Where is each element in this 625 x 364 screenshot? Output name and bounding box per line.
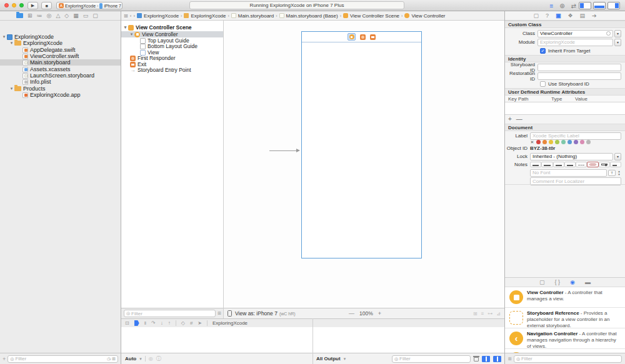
zoom-level[interactable]: 100% <box>359 310 373 317</box>
runtime-attributes-table[interactable] <box>505 102 625 115</box>
no-color-swatch[interactable]: ✕ <box>530 140 534 144</box>
toggle-navigator-button[interactable] <box>579 2 591 9</box>
resolve-autolayout-icon[interactable]: ⊿ <box>496 311 501 317</box>
file-template-library-icon[interactable]: ▢ <box>539 279 545 285</box>
scope-dropdown-icon[interactable]: ▾ <box>139 357 142 362</box>
library-filter-input[interactable] <box>521 356 619 362</box>
class-dropdown-button[interactable]: ▾ <box>614 30 621 37</box>
recent-files-icon[interactable]: ◷ <box>107 357 111 362</box>
view-as-label[interactable]: View as: iPhone 7 <box>235 310 278 317</box>
storyboard-entry-arrow[interactable] <box>269 150 297 151</box>
remove-attribute-button[interactable]: — <box>516 116 522 122</box>
breadcrumb-item[interactable]: View Controller <box>411 13 445 19</box>
back-icon[interactable]: ‹ <box>130 13 132 19</box>
file-row-main-storyboard[interactable]: Main.storyboard <box>0 59 121 66</box>
test-navigator-icon[interactable]: ◇ <box>64 12 69 19</box>
label-field[interactable]: Xcode Specific Label <box>530 132 621 140</box>
media-library-icon[interactable]: ▬ <box>585 279 591 285</box>
debug-process-label[interactable]: ExploringXcode <box>212 320 248 326</box>
color-swatch[interactable] <box>568 140 572 144</box>
font-field[interactable]: No Font <box>530 169 607 177</box>
library-item-navigation-controller[interactable]: ‹ Navigation Controller - A controller t… <box>505 328 625 349</box>
file-row-products[interactable]: ▾ Products <box>0 86 121 92</box>
minimize-window-button[interactable] <box>12 3 16 7</box>
project-navigator-icon[interactable] <box>16 13 23 18</box>
outline-filter-field[interactable]: ◎ <box>124 310 216 317</box>
align-icon[interactable]: ≡ <box>481 311 484 317</box>
device-preview-icon[interactable] <box>228 310 232 317</box>
color-swatch[interactable] <box>555 140 559 144</box>
disclosure-triangle-icon[interactable]: ▾ <box>9 86 14 91</box>
navigator-filter-input[interactable] <box>15 356 106 362</box>
add-file-button[interactable]: + <box>2 356 6 362</box>
version-editor-button[interactable]: ⇄ <box>571 2 576 9</box>
breadcrumb-item[interactable]: Main.storyboard <box>238 13 274 19</box>
report-navigator-icon[interactable]: ▢ <box>92 12 98 19</box>
clear-console-icon[interactable] <box>474 356 479 362</box>
restoration-id-field[interactable] <box>538 72 621 80</box>
show-variables-toggle[interactable] <box>482 356 490 362</box>
file-row-viewcontroller[interactable]: ViewController.swift <box>0 53 121 59</box>
add-attribute-button[interactable]: + <box>508 116 512 122</box>
debug-navigator-icon[interactable]: ▦ <box>73 12 79 19</box>
stop-button[interactable]: ■ <box>41 2 52 9</box>
zoom-out-button[interactable]: — <box>349 310 354 317</box>
outline-row-scene[interactable]: ▾ View Controller Scene <box>121 24 224 31</box>
library-filter-field[interactable]: ◎ <box>514 355 622 363</box>
zoom-in-button[interactable]: + <box>378 310 381 317</box>
disclosure-triangle-icon[interactable]: ▾ <box>1 34 7 39</box>
outline-row-bottom-layout-guide[interactable]: Bottom Layout Guide <box>121 43 224 49</box>
navigator-filter-field[interactable]: ◎ ◷ ⊞ <box>8 355 118 363</box>
module-field[interactable]: ExploringXcode <box>538 39 613 46</box>
notes-style-button[interactable] <box>587 162 598 167</box>
notes-style-button[interactable] <box>553 162 564 167</box>
close-window-button[interactable] <box>4 3 9 7</box>
file-row-group[interactable]: ▾ ExploringXcode <box>0 40 121 46</box>
size-inspector-icon[interactable]: ▤ <box>580 12 586 19</box>
console-view[interactable] <box>313 327 504 353</box>
color-swatch[interactable] <box>561 140 566 144</box>
color-swatch[interactable] <box>542 140 547 144</box>
view-controller-canvas[interactable] <box>301 31 422 258</box>
disclosure-triangle-icon[interactable]: ▾ <box>9 41 14 46</box>
show-only-run-icon[interactable]: ◎ <box>149 356 153 362</box>
lock-field[interactable]: Inherited - (Nothing) <box>530 153 613 160</box>
outline-toggle-icon[interactable]: ⊞ <box>124 13 128 19</box>
use-storyboard-id-checkbox[interactable] <box>540 81 546 87</box>
color-swatch[interactable] <box>549 140 553 144</box>
quick-help-inspector-icon[interactable]: ? <box>546 12 549 19</box>
exit-icon[interactable] <box>370 34 376 40</box>
simulate-location-icon[interactable]: ➤ <box>198 320 202 326</box>
view-controller-icon-selected[interactable] <box>348 33 356 41</box>
symbol-navigator-icon[interactable]: ≔ <box>37 12 42 19</box>
library-grid-view-icon[interactable]: ⊞ <box>508 357 512 362</box>
run-button[interactable]: ▶ <box>28 2 38 9</box>
console-filter-input[interactable] <box>399 356 468 362</box>
show-console-toggle[interactable] <box>493 356 501 362</box>
notes-style-button[interactable] <box>541 162 552 167</box>
breakpoints-toggle-icon[interactable] <box>134 320 139 326</box>
breadcrumb-item[interactable]: ExploringXcode <box>191 13 226 19</box>
font-picker-button[interactable]: T <box>608 170 616 176</box>
variables-view[interactable] <box>121 327 312 353</box>
file-row-appdelegate[interactable]: AppDelegate.swift <box>0 47 121 53</box>
step-over-icon[interactable]: ↷ <box>151 320 156 326</box>
debug-view-hierarchy-icon[interactable]: ◇ <box>181 320 185 326</box>
pin-icon[interactable]: ⊶ <box>488 311 492 317</box>
color-swatch[interactable] <box>536 140 541 144</box>
file-row-assets[interactable]: Assets.xcassets <box>0 66 121 72</box>
outline-filter-input[interactable] <box>131 311 213 317</box>
toggle-inspector-button[interactable] <box>608 2 620 9</box>
notes-style-button[interactable] <box>576 162 587 167</box>
object-library-icon[interactable]: ◉ <box>570 279 575 285</box>
storyboard-id-field[interactable] <box>538 64 621 71</box>
color-swatch[interactable] <box>586 140 591 144</box>
connections-inspector-icon[interactable]: ➔ <box>592 12 597 19</box>
breakpoint-navigator-icon[interactable]: ▭ <box>83 12 89 19</box>
class-field[interactable]: ViewController <box>538 30 613 37</box>
file-row-app-product[interactable]: ExploringXcode.app <box>0 92 121 98</box>
first-responder-icon[interactable] <box>360 34 366 40</box>
step-into-icon[interactable]: ↓ <box>161 320 163 326</box>
notes-style-button[interactable] <box>564 162 576 167</box>
font-size-stepper[interactable]: ▴▾ <box>617 169 621 177</box>
